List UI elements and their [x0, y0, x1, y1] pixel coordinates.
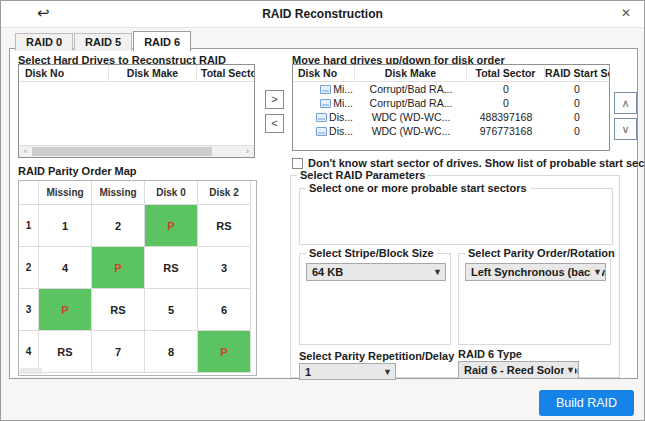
parity-map-scrollbar[interactable]: [20, 368, 42, 374]
table-row[interactable]: Mi... Corrupt/Bad RA... 0 0: [293, 82, 609, 96]
column-total-sector: Total Sector: [197, 65, 254, 81]
parity-cell: 4: [39, 247, 92, 289]
total-sector: 488397168: [467, 111, 545, 123]
column-total-sector: Total Sector: [467, 65, 545, 81]
dropdown-arrow-icon: ▼: [591, 264, 602, 280]
parity-cell-parity: P: [39, 289, 92, 331]
parity-order-legend: Select Parity Order/Rotation: [465, 247, 618, 259]
parity-repetition-label: Select Parity Repetition/Delay: [299, 350, 454, 362]
parity-corner-cell: [19, 181, 39, 205]
parity-order-map: Missing Missing Disk 0 Disk 2 1 1 2 P RS…: [18, 180, 257, 376]
parity-row-label: 2: [19, 247, 39, 289]
probable-start-sectors-legend: Select one or more probable start sector…: [306, 182, 530, 194]
raid-parameters-legend: Select RAID Parameters: [297, 169, 428, 181]
column-disk-make: Disk Make: [109, 65, 197, 81]
column-disk-make: Disk Make: [355, 65, 467, 81]
parity-cell: 6: [198, 289, 251, 331]
move-left-button[interactable]: <: [265, 114, 284, 133]
parity-cell: RS: [198, 205, 251, 247]
raid6-type-value: Raid 6 - Reed Solomor: [464, 364, 579, 376]
parity-map-label: RAID Parity Order Map: [18, 165, 137, 177]
table-row[interactable]: Dis... WDC (WD-WC... 976773168 0: [293, 124, 609, 138]
build-raid-button[interactable]: Build RAID: [539, 390, 634, 416]
raid6-type-label: RAID 6 Type: [458, 348, 522, 360]
column-disk-no: Disk No: [293, 65, 355, 81]
total-sector: 0: [467, 83, 545, 95]
unknown-start-sector-checkbox[interactable]: Don't know start sector of drives. Show …: [292, 157, 645, 169]
parity-cell: RS: [145, 247, 198, 289]
parity-cell-parity: P: [145, 205, 198, 247]
parity-cell-parity: P: [198, 331, 251, 373]
title-bar: ↩ RAID Reconstruction ✕: [1, 1, 644, 28]
parity-col-header: Missing: [92, 181, 145, 205]
disk-no: Mi...: [333, 97, 353, 109]
tab-bar: RAID 0 RAID 5 RAID 6: [15, 30, 192, 51]
close-icon[interactable]: ✕: [621, 6, 631, 20]
move-up-button[interactable]: ∧: [614, 92, 637, 114]
stripe-size-dropdown[interactable]: 64 KB ▼: [306, 263, 446, 281]
move-right-button[interactable]: >: [265, 90, 284, 109]
tab-raid6[interactable]: RAID 6: [133, 31, 191, 52]
parity-cell: RS: [39, 331, 92, 373]
raid-start-sector: 0: [545, 83, 609, 95]
disk-make: Corrupt/Bad RA...: [355, 97, 467, 109]
table-row[interactable]: Dis... WDC (WD-WC... 488397168 0: [293, 110, 609, 124]
parity-row-label: 1: [19, 205, 39, 247]
parity-cell: RS: [92, 289, 145, 331]
horizontal-scrollbar[interactable]: ‹ ›: [19, 145, 254, 157]
scrollbar-track[interactable]: [32, 146, 241, 157]
chevron-up-icon: ∧: [621, 97, 629, 109]
stripe-size-value: 64 KB: [312, 266, 343, 278]
raid-start-sector: 0: [545, 97, 609, 109]
parity-cell-parity: P: [92, 247, 145, 289]
drive-order-header: Disk No Disk Make Total Sector RAID Star…: [293, 65, 609, 82]
parity-cell: 5: [145, 289, 198, 331]
column-disk-no: Disk No: [19, 65, 109, 81]
parity-order-value: Left Synchronous (backward: [471, 266, 606, 278]
table-row[interactable]: Mi... Corrupt/Bad RA... 0 0: [293, 96, 609, 110]
source-drives-header: Disk No Disk Make Total Sector: [19, 65, 254, 82]
parity-col-header: Disk 2: [198, 181, 251, 205]
parity-col-header: Disk 0: [145, 181, 198, 205]
tab-content-panel: Select Hard Drives to Reconstruct RAID D…: [9, 48, 638, 379]
raid-parameters-group: Select RAID Parameters Select one or mor…: [290, 175, 620, 378]
tab-raid5[interactable]: RAID 5: [74, 33, 132, 51]
chevron-down-icon: ∨: [621, 123, 629, 135]
parity-cell: 8: [145, 331, 198, 373]
source-drives-body: [19, 82, 254, 145]
hard-drive-icon: [316, 113, 327, 122]
parity-col-header: Missing: [39, 181, 92, 205]
tab-raid0[interactable]: RAID 0: [15, 33, 73, 51]
checkbox-icon[interactable]: [292, 158, 303, 169]
raid-reconstruction-dialog: ↩ RAID Reconstruction ✕ RAID 0 RAID 5 RA…: [0, 0, 645, 421]
drive-order-table[interactable]: Disk No Disk Make Total Sector RAID Star…: [292, 64, 610, 151]
disk-make: WDC (WD-WC...: [355, 125, 467, 137]
total-sector: 976773168: [467, 125, 545, 137]
parity-repetition-value: 1: [305, 366, 311, 378]
total-sector: 0: [467, 97, 545, 109]
parity-grid: Missing Missing Disk 0 Disk 2 1 1 2 P RS…: [19, 181, 256, 373]
parity-cell: 7: [92, 331, 145, 373]
disk-make: Corrupt/Bad RA...: [355, 83, 467, 95]
move-down-button[interactable]: ∨: [614, 118, 637, 140]
stripe-size-legend: Select Stripe/Block Size: [306, 247, 437, 259]
dropdown-arrow-icon: ▼: [564, 362, 575, 378]
parity-cell: 1: [39, 205, 92, 247]
stripe-size-group: Select Stripe/Block Size 64 KB ▼: [299, 253, 451, 345]
window-title: RAID Reconstruction: [1, 7, 644, 21]
scroll-right-icon[interactable]: ›: [241, 146, 254, 157]
scroll-left-icon[interactable]: ‹: [19, 146, 32, 157]
disk-no: Dis...: [329, 125, 353, 137]
disk-make: WDC (WD-WC...: [355, 111, 467, 123]
disk-no: Dis...: [329, 111, 353, 123]
parity-cell: 3: [198, 247, 251, 289]
source-drives-table[interactable]: Disk No Disk Make Total Sector ‹ ›: [18, 64, 255, 158]
parity-repetition-dropdown[interactable]: 1 ▼: [299, 363, 396, 380]
raid6-type-dropdown[interactable]: Raid 6 - Reed Solomor ▼: [458, 361, 579, 379]
parity-order-group: Select Parity Order/Rotation Left Synchr…: [458, 253, 611, 345]
parity-order-dropdown[interactable]: Left Synchronous (backward ▼: [465, 263, 606, 281]
hard-drive-icon: [316, 127, 327, 136]
scrollbar-thumb[interactable]: [32, 147, 212, 156]
parity-row-label: 3: [19, 289, 39, 331]
disk-no: Mi...: [333, 83, 353, 95]
